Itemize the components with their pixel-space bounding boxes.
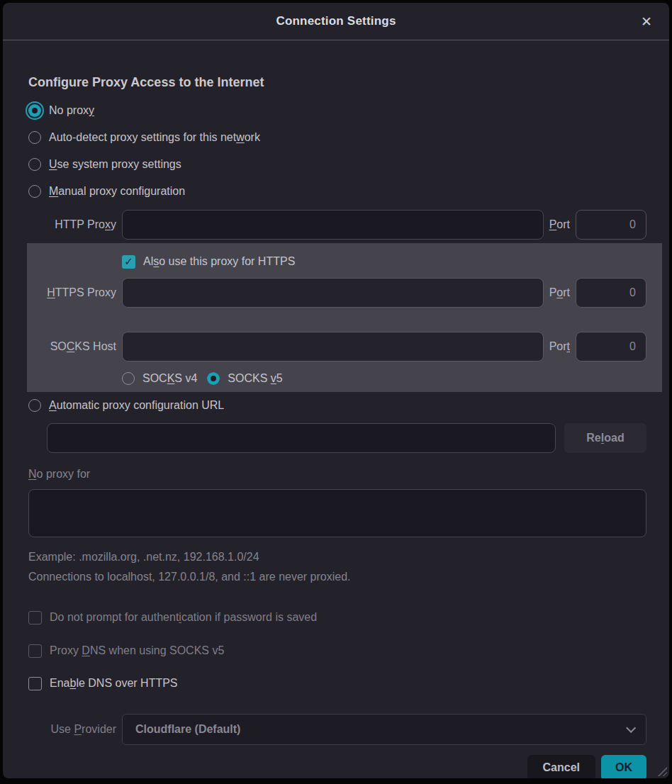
checkbox-proxy-dns-label: Proxy DNS when using SOCKS v5 [50, 644, 224, 657]
radio-socks-v5-icon[interactable] [207, 372, 220, 385]
radio-manual-proxy[interactable]: Manual proxy configuration [28, 178, 646, 205]
localhost-note-text: Connections to localhost, 127.0.0.1/8, a… [28, 570, 646, 584]
auto-url-row: Reload [28, 423, 646, 453]
dialog-footer: Cancel OK [28, 755, 646, 778]
https-proxy-input[interactable] [122, 278, 544, 308]
socks-version-row: SOCKS v4 SOCKS v5 [122, 369, 646, 388]
checkbox-no-prompt-auth-icon[interactable] [28, 611, 42, 625]
radio-auto-detect[interactable]: Auto-detect proxy settings for this netw… [28, 124, 646, 151]
radio-system-proxy[interactable]: Use system proxy settings [28, 151, 646, 178]
radio-system-proxy-icon[interactable] [28, 158, 41, 171]
cancel-button[interactable]: Cancel [527, 755, 595, 778]
radio-system-proxy-label: Use system proxy settings [49, 158, 181, 171]
share-proxy-checkbox-row[interactable]: ✓ Also use this proxy for HTTPS [122, 243, 646, 271]
radio-manual-proxy-icon[interactable] [28, 185, 41, 198]
checkbox-checked-icon[interactable]: ✓ [122, 255, 135, 269]
radio-no-proxy-label: No proxy [49, 104, 94, 117]
page-title: Configure Proxy Access to the Internet [28, 73, 646, 91]
connection-settings-dialog: Connection Settings ✕ Configure Proxy Ac… [3, 3, 669, 778]
no-proxy-example-text: Example: .mozilla.org, .net.nz, 192.168.… [28, 550, 646, 564]
radio-auto-url[interactable]: Automatic proxy configuration URL [28, 396, 646, 415]
radio-auto-detect-label: Auto-detect proxy settings for this netw… [49, 131, 260, 144]
radio-no-proxy[interactable]: No proxy [28, 97, 646, 124]
https-socks-highlight-section: ✓ Also use this proxy for HTTPS HTTPS Pr… [27, 243, 662, 392]
dialog-content: Configure Proxy Access to the Internet N… [3, 73, 669, 778]
radio-socks-v4[interactable]: SOCKS v4 [122, 369, 197, 388]
socks-host-input[interactable] [122, 332, 544, 362]
checkbox-no-prompt-auth[interactable]: Do not prompt for authentication if pass… [28, 608, 646, 627]
http-port-label: Port [549, 218, 570, 231]
share-proxy-label: Also use this proxy for HTTPS [143, 255, 295, 268]
dialog-title: Connection Settings [276, 14, 396, 28]
https-proxy-row: HTTPS Proxy Port [28, 278, 646, 308]
radio-socks-v4-label: SOCKS v4 [142, 372, 197, 385]
socks-port-label: Port [549, 340, 570, 353]
radio-auto-detect-icon[interactable] [28, 131, 41, 144]
radio-auto-url-label: Automatic proxy configuration URL [49, 399, 224, 412]
https-port-input[interactable] [576, 278, 646, 308]
radio-socks-v5[interactable]: SOCKS v5 [207, 369, 282, 388]
provider-row: Use Provider Cloudflare (Default) [28, 714, 646, 745]
socks-host-label: SOCKS Host [28, 340, 116, 353]
checkbox-enable-doh-icon[interactable] [28, 677, 42, 690]
provider-dropdown-value: Cloudflare (Default) [135, 723, 626, 736]
radio-auto-url-icon[interactable] [28, 399, 41, 412]
dialog-titlebar: Connection Settings ✕ [3, 3, 669, 40]
close-icon[interactable]: ✕ [637, 3, 656, 40]
provider-dropdown[interactable]: Cloudflare (Default) [122, 714, 646, 745]
http-proxy-input[interactable] [122, 210, 544, 240]
socks-port-input[interactable] [576, 332, 646, 362]
provider-label: Use Provider [28, 723, 116, 736]
http-proxy-row: HTTP Proxy Port [28, 210, 646, 240]
checkbox-proxy-dns-icon[interactable] [28, 644, 42, 658]
http-port-input[interactable] [576, 210, 646, 240]
checkbox-proxy-dns[interactable]: Proxy DNS when using SOCKS v5 [28, 642, 646, 660]
no-proxy-for-textarea[interactable] [28, 489, 646, 537]
reload-button[interactable]: Reload [564, 423, 646, 453]
radio-socks-v4-icon[interactable] [122, 372, 135, 385]
radio-socks-v5-label: SOCKS v5 [228, 372, 282, 385]
check-icon: ✓ [124, 255, 133, 268]
https-proxy-label: HTTPS Proxy [28, 286, 116, 299]
no-proxy-for-label: No proxy for [28, 467, 646, 484]
https-port-label: Port [549, 286, 570, 299]
radio-no-proxy-icon[interactable] [28, 104, 41, 117]
checkbox-enable-doh-label: Enable DNS over HTTPS [50, 677, 178, 690]
auto-url-input[interactable] [47, 423, 556, 453]
http-proxy-label: HTTP Proxy [28, 218, 116, 231]
checkbox-enable-doh[interactable]: Enable DNS over HTTPS [28, 674, 646, 693]
chevron-down-icon [626, 723, 636, 733]
radio-manual-proxy-label: Manual proxy configuration [49, 185, 185, 198]
socks-host-row: SOCKS Host Port [28, 332, 646, 362]
checkbox-no-prompt-auth-label: Do not prompt for authentication if pass… [50, 611, 317, 624]
ok-button[interactable]: OK [601, 755, 646, 778]
